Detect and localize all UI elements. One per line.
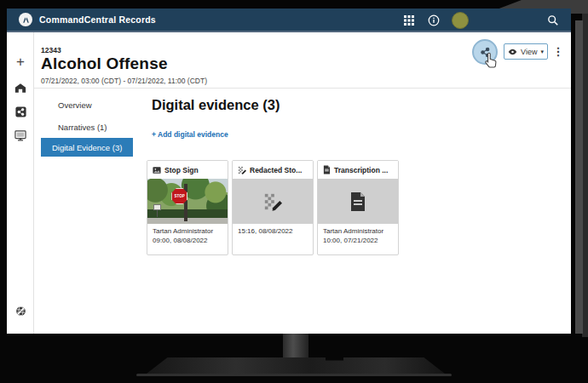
share-box-icon[interactable] xyxy=(7,102,34,121)
kebab-menu-icon[interactable]: ⋮ xyxy=(552,43,564,60)
bezel-edge xyxy=(582,14,588,337)
evidence-title: Transcription ... xyxy=(334,166,388,174)
record-date-range: 07/21/2022, 03:00 (CDT) - 07/21/2022, 11… xyxy=(41,77,207,85)
monitor-stand-base xyxy=(147,357,445,374)
section-heading: Digital evidence (3) xyxy=(152,97,280,113)
evidence-title: Stop Sign xyxy=(164,166,199,174)
evidence-thumbnail xyxy=(318,179,398,224)
nav-item-label: Overview xyxy=(58,100,92,110)
plus-icon[interactable]: + xyxy=(7,53,34,71)
app-title: CommandCentral Records xyxy=(39,14,156,25)
photo-side-sign xyxy=(153,204,161,210)
left-icon-rail: + » xyxy=(7,32,34,334)
redacted-image-icon-large xyxy=(263,192,282,211)
globe-offline-icon[interactable] xyxy=(7,301,34,320)
stop-sign-glyph: STOP xyxy=(171,188,187,204)
nav-item-narratives[interactable]: Narratives (1) xyxy=(41,117,133,136)
monitor-stand-base-edge xyxy=(136,374,452,376)
motorola-logo-icon xyxy=(19,13,32,26)
monitor-frame: CommandCentral Records + xyxy=(0,0,588,383)
apps-grid-icon[interactable] xyxy=(402,14,415,27)
share-button[interactable] xyxy=(472,39,498,65)
screen: CommandCentral Records + xyxy=(7,9,571,334)
add-digital-evidence-link[interactable]: + Add digital evidence xyxy=(152,130,228,139)
evidence-thumbnail: STOP xyxy=(147,179,228,224)
info-icon[interactable] xyxy=(427,14,440,27)
nav-item-overview[interactable]: Overview xyxy=(41,95,133,114)
record-id: 12343 xyxy=(41,46,61,54)
redacted-image-icon xyxy=(238,166,246,174)
evidence-title: Redacted Sto... xyxy=(250,166,302,174)
evidence-meta-line1: Tartan Administrator xyxy=(323,227,393,237)
evidence-meta-line2: 10:00, 07/21/2022 xyxy=(323,237,393,246)
expand-chevrons-icon[interactable]: » xyxy=(7,325,34,334)
stop-sign-photo: STOP xyxy=(147,179,228,224)
evidence-thumbnail xyxy=(233,179,313,224)
search-icon[interactable] xyxy=(547,14,560,27)
document-icon-large xyxy=(349,192,366,212)
evidence-meta-line1: 15:16, 08/08/2022 xyxy=(238,227,308,237)
page-title: Alcohol Offense xyxy=(41,54,168,73)
evidence-card-redacted[interactable]: Redacted Sto... 15:16, 08/08/2022 xyxy=(232,160,314,255)
user-avatar[interactable] xyxy=(452,12,469,29)
evidence-meta-line2: 09:00, 08/08/2022 xyxy=(153,237,222,246)
document-icon xyxy=(323,165,331,174)
evidence-card-stop-sign[interactable]: Stop Sign STOP Tartan Administrator 09:0… xyxy=(147,160,228,255)
header-divider xyxy=(34,88,571,89)
home-icon[interactable] xyxy=(7,78,34,97)
stop-sign-text: STOP xyxy=(175,194,185,198)
evidence-card-transcription[interactable]: Transcription ... Tartan Administrator 1… xyxy=(317,160,399,255)
bezel-edge-highlight xyxy=(575,20,583,334)
caret-down-icon: ▾ xyxy=(540,49,544,55)
chevrons-glyph: » xyxy=(17,329,23,334)
evidence-meta-line1: Tartan Administrator xyxy=(153,227,222,237)
image-icon xyxy=(153,166,161,174)
nav-item-label: Digital Evidence (3) xyxy=(52,143,122,152)
photo-side-post xyxy=(157,210,158,217)
monitor-icon[interactable] xyxy=(7,126,34,145)
photo-pole xyxy=(184,184,187,221)
eye-icon xyxy=(508,49,517,55)
nav-item-label: Narratives (1) xyxy=(58,123,107,132)
monitor-stand-neck xyxy=(283,334,308,361)
view-button[interactable]: View ▾ xyxy=(504,43,548,60)
plus-glyph: + xyxy=(16,54,25,71)
nav-item-digital-evidence[interactable]: Digital Evidence (3) xyxy=(41,138,133,157)
top-navbar: CommandCentral Records xyxy=(7,9,571,32)
view-button-label: View xyxy=(521,48,537,56)
